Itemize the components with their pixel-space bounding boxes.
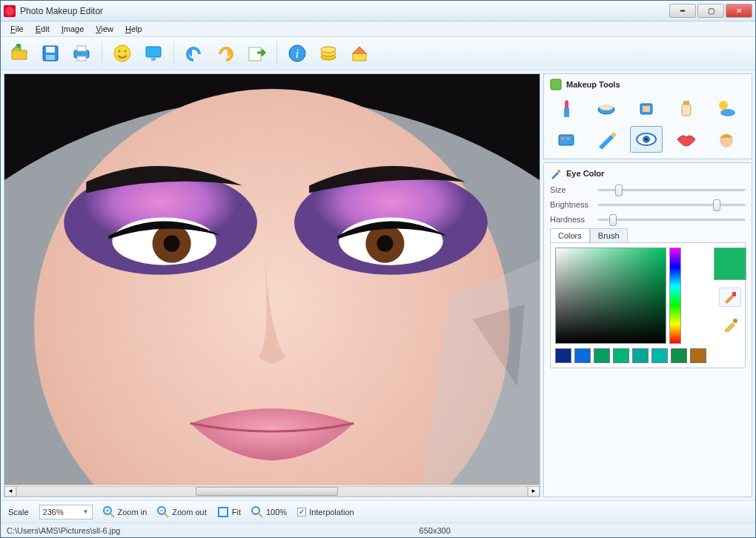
zoom-in-icon bbox=[103, 506, 115, 518]
save-icon bbox=[41, 44, 60, 63]
scale-label: Scale bbox=[8, 508, 29, 517]
menu-help[interactable]: Help bbox=[120, 23, 147, 35]
tool-lips[interactable] bbox=[670, 126, 703, 153]
preset-swatch[interactable] bbox=[594, 348, 610, 363]
info-icon: i bbox=[288, 44, 307, 63]
tool-eyeshadow[interactable] bbox=[550, 126, 583, 153]
zoom-out-button[interactable]: Zoom out bbox=[157, 506, 206, 518]
svg-rect-9 bbox=[146, 47, 161, 57]
preset-swatch[interactable] bbox=[690, 348, 706, 363]
interpolation-checkbox[interactable]: ✔ Interpolation bbox=[297, 508, 354, 517]
export-button[interactable] bbox=[244, 41, 269, 66]
main-toolbar: i bbox=[1, 36, 755, 70]
scroll-thumb[interactable] bbox=[196, 487, 339, 496]
menu-image[interactable]: Image bbox=[56, 23, 90, 35]
preset-swatch[interactable] bbox=[574, 348, 591, 363]
effects-button[interactable] bbox=[141, 41, 166, 66]
save-button[interactable] bbox=[38, 41, 63, 66]
size-slider[interactable] bbox=[597, 184, 746, 196]
smiley-button[interactable] bbox=[110, 41, 135, 66]
scale-dropdown[interactable]: 236% ▼ bbox=[39, 505, 93, 519]
svg-point-44 bbox=[557, 170, 560, 173]
preset-swatch[interactable] bbox=[651, 348, 668, 363]
undo-icon bbox=[185, 44, 204, 63]
zoom-in-button[interactable]: Zoom in bbox=[103, 506, 147, 518]
maximize-button[interactable]: ▢ bbox=[697, 4, 724, 18]
preset-swatch[interactable] bbox=[613, 348, 629, 363]
undo-button[interactable] bbox=[182, 41, 207, 66]
scroll-right-button[interactable]: ► bbox=[528, 486, 540, 497]
eyedropper-button[interactable] bbox=[719, 314, 741, 333]
scroll-left-button[interactable]: ◄ bbox=[4, 486, 16, 497]
fit-icon bbox=[217, 506, 229, 518]
svg-rect-11 bbox=[249, 47, 261, 61]
content-area: ◄ ► Makeup Tools bbox=[1, 70, 755, 500]
menu-view[interactable]: View bbox=[90, 23, 119, 35]
hundred-percent-button[interactable]: 100% bbox=[251, 506, 287, 518]
svg-point-6 bbox=[114, 45, 130, 62]
tool-powder[interactable] bbox=[590, 95, 623, 122]
foundation-icon bbox=[636, 98, 657, 119]
current-color-swatch[interactable] bbox=[714, 248, 746, 280]
svg-rect-27 bbox=[551, 79, 561, 90]
horizontal-scrollbar[interactable]: ◄ ► bbox=[4, 485, 540, 497]
lipstick-icon bbox=[556, 98, 577, 119]
window-title: Photo Makeup Editor bbox=[20, 6, 669, 16]
makeup-tools-panel: Makeup Tools bbox=[543, 73, 752, 159]
hue-bar[interactable] bbox=[669, 248, 681, 344]
menu-edit[interactable]: Edit bbox=[30, 23, 55, 35]
pencil-icon bbox=[596, 129, 617, 150]
hardness-slider[interactable] bbox=[597, 213, 746, 225]
fit-button[interactable]: Fit bbox=[217, 506, 241, 518]
param-hardness: Hardness bbox=[550, 213, 746, 225]
print-button[interactable] bbox=[69, 41, 94, 66]
svg-rect-39 bbox=[566, 137, 570, 140]
redo-button[interactable] bbox=[213, 41, 238, 66]
eye-color-title: Eye Color bbox=[566, 169, 604, 178]
tool-face[interactable] bbox=[710, 126, 743, 153]
register-button[interactable] bbox=[316, 41, 341, 66]
canvas-area: ◄ ► bbox=[4, 73, 540, 497]
preset-swatch[interactable] bbox=[671, 348, 687, 363]
tool-tan[interactable] bbox=[710, 95, 743, 122]
info-button[interactable]: i bbox=[285, 41, 310, 66]
app-icon bbox=[4, 5, 16, 17]
home-button[interactable] bbox=[347, 41, 372, 66]
svg-point-42 bbox=[645, 138, 648, 141]
tool-bottle[interactable] bbox=[670, 95, 703, 122]
scroll-track[interactable] bbox=[16, 486, 528, 497]
toolbar-separator bbox=[173, 41, 174, 65]
tool-eye-color[interactable] bbox=[630, 126, 663, 153]
canvas[interactable] bbox=[4, 74, 540, 485]
close-button[interactable]: ✕ bbox=[726, 4, 752, 18]
tool-pencil[interactable] bbox=[590, 126, 623, 153]
svg-rect-38 bbox=[561, 137, 565, 140]
actual-size-icon bbox=[251, 506, 263, 518]
preset-swatch[interactable] bbox=[632, 348, 649, 363]
preset-swatch[interactable] bbox=[555, 348, 571, 363]
minimize-button[interactable]: ━ bbox=[669, 4, 696, 18]
brush-small-icon bbox=[550, 167, 562, 179]
coins-icon bbox=[319, 44, 338, 63]
svg-point-46 bbox=[733, 319, 737, 323]
brightness-slider[interactable] bbox=[597, 199, 746, 210]
color-field[interactable] bbox=[555, 248, 666, 344]
menu-file[interactable]: File bbox=[5, 23, 29, 35]
tool-lipstick[interactable] bbox=[550, 95, 583, 122]
tool-foundation[interactable] bbox=[630, 95, 663, 122]
paint-tool-button[interactable] bbox=[719, 288, 741, 307]
home-icon bbox=[350, 44, 369, 63]
file-path: C:\Users\AMS\Pictures\sll-6.jpg bbox=[7, 526, 120, 535]
svg-rect-45 bbox=[732, 292, 736, 296]
svg-point-26 bbox=[377, 236, 393, 252]
svg-point-50 bbox=[252, 507, 259, 514]
open-button[interactable] bbox=[7, 41, 32, 66]
tab-brush[interactable]: Brush bbox=[590, 228, 628, 242]
brightness-label: Brightness bbox=[550, 200, 591, 209]
toolbar-separator bbox=[276, 41, 277, 65]
tab-colors[interactable]: Colors bbox=[550, 228, 590, 242]
screen-icon bbox=[144, 44, 163, 63]
svg-rect-49 bbox=[219, 508, 228, 517]
makeup-tools-grid bbox=[550, 95, 746, 153]
bottle-icon bbox=[676, 98, 697, 119]
